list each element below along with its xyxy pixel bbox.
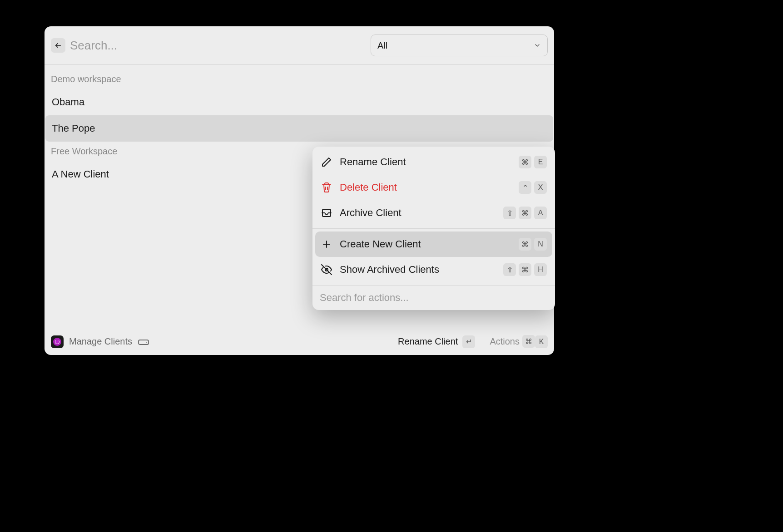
kbd-key: K xyxy=(535,335,548,348)
kbd-key: ⌘ xyxy=(519,156,531,168)
context-menu-search xyxy=(312,285,555,310)
footer-hint: Rename Client ↵ xyxy=(398,335,475,348)
section-label: Demo workspace xyxy=(45,69,554,89)
kbd-key: ⌘ xyxy=(519,263,531,276)
client-list-item[interactable]: Obama xyxy=(45,89,553,115)
context-menu-item-label: Delete Client xyxy=(340,182,511,193)
svg-point-1 xyxy=(146,342,147,343)
arrow-left-icon xyxy=(54,41,62,49)
shortcut-keys: ⌃X xyxy=(519,181,547,194)
filter-select[interactable]: All xyxy=(371,34,548,56)
shortcut-keys: ⇧⌘A xyxy=(503,207,547,219)
kbd-key: ⌃ xyxy=(519,181,531,194)
context-menu-item-label: Show Archived Clients xyxy=(340,264,496,276)
search-input[interactable] xyxy=(70,39,366,53)
kbd-key: ⌘ xyxy=(519,207,531,219)
footer-actions-button[interactable]: Actions ⌘K xyxy=(490,335,548,348)
header: All xyxy=(45,26,554,65)
context-menu-item-label: Create New Client xyxy=(340,238,511,250)
kbd-key: N xyxy=(534,238,547,251)
power-icon xyxy=(53,338,61,346)
context-menu-item-label: Archive Client xyxy=(340,207,496,219)
back-button[interactable] xyxy=(51,38,65,53)
kbd-key: ⇧ xyxy=(503,263,516,276)
inbox-icon xyxy=(321,207,332,219)
kbd-key: ⌘ xyxy=(519,238,531,251)
context-menu-item[interactable]: Archive Client⇧⌘A xyxy=(315,200,552,226)
footer-actions-label: Actions xyxy=(490,336,520,347)
kbd-key: E xyxy=(534,156,547,168)
kbd-key: A xyxy=(534,207,547,219)
context-menu-item-label: Rename Client xyxy=(340,156,511,168)
kbd-key: H xyxy=(534,263,547,276)
context-menu-item[interactable]: Show Archived Clients⇧⌘H xyxy=(315,257,552,282)
footer-hint-label: Rename Client xyxy=(398,336,458,347)
shortcut-keys: ⌘E xyxy=(519,156,547,168)
context-menu-item[interactable]: Create New Client⌘N xyxy=(315,232,552,257)
app-icon xyxy=(51,335,64,348)
drive-icon xyxy=(138,337,149,346)
shortcut-keys: ⇧⌘H xyxy=(503,263,547,276)
client-list-item[interactable]: The Pope xyxy=(45,115,553,142)
pencil-icon xyxy=(321,156,332,168)
actions-context-menu: Rename Client⌘EDelete Client⌃XArchive Cl… xyxy=(312,147,555,310)
enter-key: ↵ xyxy=(462,335,475,348)
context-menu-item[interactable]: Delete Client⌃X xyxy=(315,175,552,200)
filter-select-value: All xyxy=(377,40,387,51)
kbd-key: ⇧ xyxy=(503,207,516,219)
footer: Manage Clients Rename Client ↵ Actions ⌘… xyxy=(45,328,554,355)
footer-title: Manage Clients xyxy=(69,336,132,347)
kbd-key: ⌘ xyxy=(522,335,535,348)
eye-off-icon xyxy=(321,264,332,276)
shortcut-keys: ⌘N xyxy=(519,238,547,251)
context-menu-item[interactable]: Rename Client⌘E xyxy=(315,149,552,175)
plus-icon xyxy=(321,238,332,250)
kbd-key: X xyxy=(534,181,547,194)
chevron-down-icon xyxy=(534,42,541,49)
context-menu-search-input[interactable] xyxy=(320,292,548,304)
trash-icon xyxy=(321,182,332,193)
